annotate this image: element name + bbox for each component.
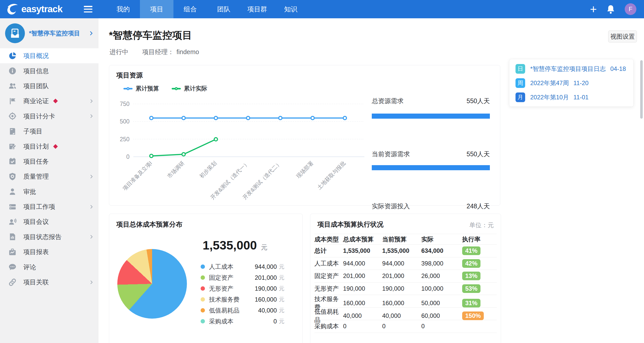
current-budget-cell: 944,000 <box>382 260 421 267</box>
update-date: 04-18 <box>610 65 626 72</box>
update-item-0[interactable]: 日*智慧停车监控项目项目日志04-18 <box>509 62 633 76</box>
manager-name: findemo <box>176 48 199 56</box>
resource-stat-value: 248人天 <box>466 202 490 210</box>
notifications-bell-icon[interactable] <box>606 4 615 14</box>
sidebar-item-label: 项目状态报告 <box>23 233 61 241</box>
pie-legend: 人工成本944,000元固定资产201,000元无形资产190,000元技术服务… <box>201 261 284 327</box>
sidebar-item-13[interactable]: 项目报表 <box>0 244 99 259</box>
sidebar-item-9[interactable]: 审批 <box>0 184 99 199</box>
unit-note: 单位：元 <box>469 221 494 229</box>
svg-text:250: 250 <box>120 136 130 143</box>
sidebar-item-label: 评论 <box>23 263 36 271</box>
pie-legend-value: 944,000 <box>255 263 277 270</box>
pie-legend-value: 0 <box>273 318 277 325</box>
sidebar-item-8[interactable]: 质量管理 <box>0 169 99 184</box>
shield-icon <box>8 172 17 181</box>
sidebar-item-label: 项目团队 <box>23 82 49 90</box>
update-link[interactable]: 2022年第10月 <box>530 93 569 101</box>
add-icon[interactable]: + <box>590 4 597 14</box>
view-settings-button[interactable]: 视图设置 <box>608 30 637 42</box>
comment-icon <box>8 263 17 271</box>
pie-legend-unit: 元 <box>279 296 284 303</box>
nav-right: + F <box>590 3 644 15</box>
resource-stat-value: 550人天 <box>466 97 490 105</box>
budget-execution-title: 项目成本预算执行状况 <box>317 220 383 229</box>
project-avatar-icon <box>5 23 25 43</box>
pie-legend-unit: 元 <box>279 263 284 271</box>
sidebar-project-name: *智慧停车监控项目 <box>29 29 88 37</box>
chevron-right-icon <box>89 174 94 179</box>
sidebar-item-4[interactable]: 项目计分卡 <box>0 109 99 124</box>
actual-cell: 50,000 <box>421 300 462 307</box>
cost-type-cell: 低值易耗品 <box>314 308 343 324</box>
sidebar-item-12[interactable]: 项目状态报告 <box>0 229 99 244</box>
sidebar-item-7[interactable]: 项目任务 <box>0 154 99 169</box>
pie-legend-row-0: 人工成本944,000元 <box>201 261 284 272</box>
sidebar-item-0[interactable]: 项目概况 <box>0 48 99 63</box>
nav-tab-0[interactable]: 我的 <box>106 0 140 18</box>
svg-text:750: 750 <box>120 101 130 107</box>
pie-legend-dot-icon <box>201 319 205 323</box>
budget-col-header: 执行率 <box>462 235 497 243</box>
pie-legend-row-5: 采购成本0元 <box>201 316 284 327</box>
update-type-badge: 周 <box>516 78 525 88</box>
execution-rate-badge: 31% <box>462 299 480 307</box>
pie-legend-dot-icon <box>201 275 205 280</box>
total-budget-cell: 40,000 <box>343 312 382 319</box>
total-budget-cell: 1,535,000 <box>343 247 382 254</box>
budget-table-row-1: 人工成本944,000944,000398,00042% <box>314 257 497 270</box>
update-link[interactable]: 2022年第47周 <box>530 79 569 87</box>
sidebar-item-6[interactable]: 项目计划 <box>0 139 99 154</box>
user-avatar[interactable]: F <box>625 3 636 15</box>
sidebar-item-15[interactable]: 项目关联 <box>0 275 99 290</box>
budget-col-header: 总成本预算 <box>343 235 382 243</box>
execution-rate-badge: 13% <box>462 272 480 280</box>
sidebar-item-label: 项目计划 <box>23 142 49 151</box>
brand-swoosh-icon <box>6 3 19 15</box>
sidebar-project-header[interactable]: *智慧停车监控项目 <box>0 18 99 48</box>
pie-legend-value: 201,000 <box>255 274 277 281</box>
nav-tab-4[interactable]: 项目群 <box>240 0 274 18</box>
sidebar-item-label: 项目信息 <box>23 67 49 75</box>
nav-tab-1[interactable]: 项目 <box>140 0 173 18</box>
update-item-2[interactable]: 月2022年第10月11-01 <box>509 90 633 104</box>
nav-tab-3[interactable]: 团队 <box>207 0 240 18</box>
stamp-icon <box>8 187 17 196</box>
brand-logo[interactable]: easytrack <box>0 3 84 15</box>
link-icon <box>8 278 17 287</box>
update-item-1[interactable]: 周2022年第47周11-20 <box>509 76 633 90</box>
nav-tabs: 我的项目组合团队项目群知识 <box>106 0 308 18</box>
chevron-right-icon <box>89 114 94 119</box>
update-link[interactable]: *智慧停车监控项目项目日志 <box>530 65 606 73</box>
budget-table: 成本类型总成本预算当前预算实际执行率总计1,535,0001,535,00063… <box>314 234 497 333</box>
sidebar-item-10[interactable]: 项目工作项 <box>0 199 99 214</box>
execution-rate-badge: 42% <box>462 259 480 268</box>
actual-cell: 100,000 <box>421 285 462 292</box>
sidebar-item-2[interactable]: 项目团队 <box>0 79 99 93</box>
pie-icon <box>8 52 17 60</box>
sidebar-item-label: 项目概况 <box>23 52 49 60</box>
nav-tab-5[interactable]: 知识 <box>274 0 308 18</box>
pie-legend-value: 40,000 <box>258 307 277 314</box>
budget-col-header: 当前预算 <box>382 235 421 243</box>
sidebar-item-3[interactable]: 商业论证 <box>0 93 99 108</box>
current-budget-cell: 190,000 <box>382 285 421 292</box>
pie-legend-dot-icon <box>201 286 205 291</box>
hamburger-menu-icon[interactable] <box>84 6 92 12</box>
nav-tab-2[interactable]: 组合 <box>173 0 207 18</box>
execution-rate-badge: 41% <box>462 246 480 255</box>
sidebar-item-1[interactable]: 项目信息 <box>0 63 99 78</box>
current-budget-cell: 40,000 <box>382 312 421 319</box>
list-icon <box>8 202 17 211</box>
sidebar-item-11[interactable]: 项目会议 <box>0 214 99 229</box>
update-type-badge: 日 <box>516 64 525 74</box>
page-scrollbar[interactable] <box>640 60 643 119</box>
sidebar-item-5[interactable]: 子项目 <box>0 124 99 139</box>
sidebar-item-14[interactable]: 评论 <box>0 259 99 274</box>
pie-legend-label: 低值易耗品 <box>209 306 258 315</box>
pie-total-value: 1,535,000 <box>203 238 257 252</box>
pie-legend-unit: 元 <box>279 318 284 325</box>
sidebar-item-label: 项目计分卡 <box>23 112 55 120</box>
legend-line-marker-icon <box>172 88 181 89</box>
edit-icon <box>8 142 17 151</box>
